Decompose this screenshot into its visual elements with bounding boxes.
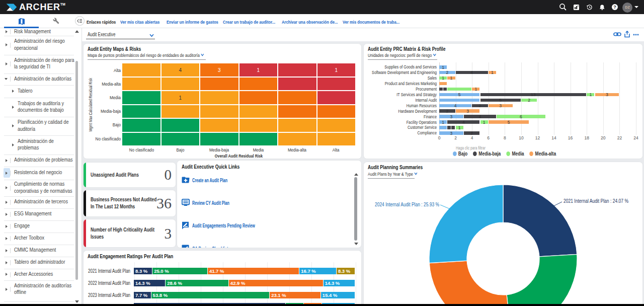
- svg-text:2024 Internal Audit Plan : 25.: 2024 Internal Audit Plan : 25.93 %: [375, 201, 439, 207]
- svg-text:2021 Internal Audit Plan : 24.: 2021 Internal Audit Plan : 24.07 %: [564, 198, 628, 204]
